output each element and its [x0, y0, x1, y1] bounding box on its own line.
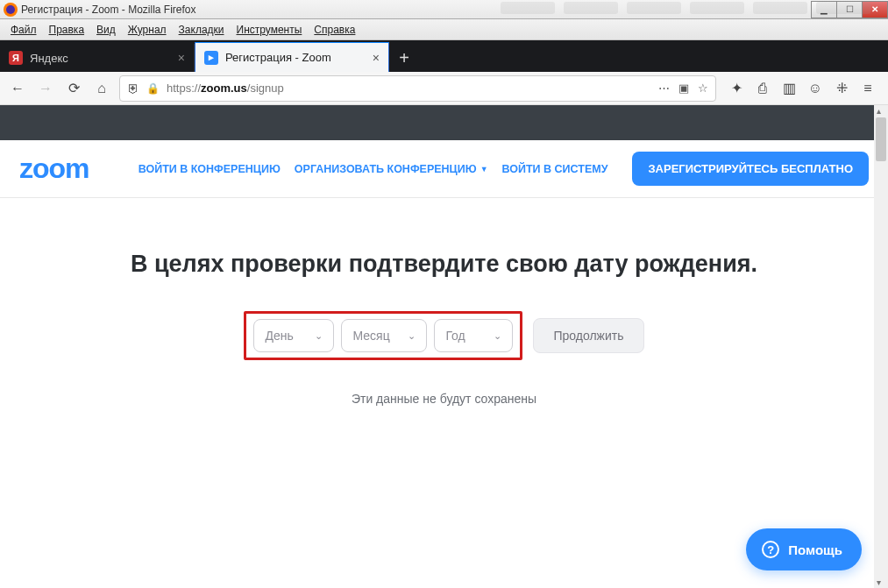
tab-label: Яндекс [30, 52, 68, 65]
menu-view[interactable]: Вид [91, 22, 121, 38]
year-placeholder: Год [445, 329, 465, 343]
nav-host-meeting[interactable]: ОРГАНИЗОВАТЬ КОНФЕРЕНЦИЮ ▼ [295, 163, 488, 175]
year-select[interactable]: Год ⌄ [434, 319, 513, 352]
sidebar-icon[interactable]: ▥ [781, 80, 797, 96]
privacy-note: Эти данные не будут сохранены [35, 392, 853, 406]
chevron-down-icon: ▼ [480, 165, 488, 174]
browser-menubar: Файл Правка Вид Журнал Закладки Инструме… [0, 19, 888, 40]
extension-icon[interactable]: ✦ [728, 80, 744, 96]
tab-yandex[interactable]: Я Яндекс × [0, 44, 195, 72]
page-actions-icon[interactable]: ⋯ [658, 81, 670, 95]
browser-toolbar: ← → ⟳ ⌂ ⛨ 🔒 https://zoom.us/signup ⋯ ▣ ☆… [0, 72, 888, 105]
help-label: Помощь [788, 542, 842, 557]
window-title: Регистрация - Zoom - Mozilla Firefox [21, 4, 196, 16]
page-viewport: zoom ВОЙТИ В КОНФЕРЕНЦИЮ ОРГАНИЗОВАТЬ КО… [0, 105, 888, 588]
day-placeholder: День [265, 329, 293, 343]
menu-help[interactable]: Справка [309, 22, 360, 38]
back-button[interactable]: ← [7, 78, 28, 99]
tab-close-icon[interactable]: × [373, 51, 380, 65]
account-icon[interactable]: ☺ [807, 81, 823, 96]
chevron-down-icon: ⌄ [408, 330, 416, 342]
tab-strip: Я Яндекс × ▸ Регистрация - Zoom × + [0, 40, 888, 72]
favicon-zoom: ▸ [204, 51, 218, 65]
reader-mode-icon[interactable]: ▣ [678, 81, 689, 95]
month-select[interactable]: Месяц ⌄ [341, 319, 427, 352]
chevron-down-icon: ⌄ [315, 330, 323, 342]
favicon-yandex: Я [9, 51, 23, 65]
help-icon: ? [762, 541, 779, 558]
site-header: zoom ВОЙТИ В КОНФЕРЕНЦИЮ ОРГАНИЗОВАТЬ КО… [0, 140, 888, 198]
menu-edit[interactable]: Правка [44, 22, 90, 38]
home-button[interactable]: ⌂ [91, 78, 112, 99]
addons-icon[interactable]: ⁜ [834, 80, 849, 96]
help-button[interactable]: ? Помощь [746, 528, 862, 570]
zoom-logo[interactable]: zoom [19, 152, 89, 185]
tracking-protection-icon[interactable]: ⛨ [127, 81, 139, 96]
url-text: https://zoom.us/signup [167, 81, 651, 95]
signup-free-button[interactable]: ЗАРЕГИСТРИРУЙТЕСЬ БЕСПЛАТНО [632, 152, 869, 186]
nav-signin[interactable]: ВОЙТИ В СИСТЕМУ [502, 163, 608, 175]
lock-icon[interactable]: 🔒 [146, 82, 160, 95]
tab-zoom-signup[interactable]: ▸ Регистрация - Zoom × [195, 42, 389, 72]
month-placeholder: Месяц [352, 329, 389, 343]
tab-close-icon[interactable]: × [178, 51, 185, 65]
address-bar[interactable]: ⛨ 🔒 https://zoom.us/signup ⋯ ▣ ☆ [119, 75, 716, 102]
firefox-icon [4, 3, 18, 17]
forward-button[interactable]: → [35, 78, 56, 99]
tab-label: Регистрация - Zoom [225, 51, 331, 64]
chevron-down-icon: ⌄ [494, 330, 501, 342]
continue-button[interactable]: Продолжить [533, 318, 643, 353]
day-select[interactable]: День ⌄ [253, 319, 334, 352]
new-tab-button[interactable]: + [389, 44, 419, 72]
menu-file[interactable]: Файл [5, 22, 42, 38]
menu-tools[interactable]: Инструменты [231, 22, 308, 38]
menu-icon[interactable]: ≡ [860, 81, 876, 96]
menu-history[interactable]: Журнал [123, 22, 172, 38]
reload-button[interactable]: ⟳ [63, 78, 84, 99]
menu-bookmarks[interactable]: Закладки [174, 22, 230, 38]
library-icon[interactable]: ⎙ [755, 81, 771, 96]
dob-highlight-box: День ⌄ Месяц ⌄ Год ⌄ [244, 311, 522, 360]
nav-join-meeting[interactable]: ВОЙТИ В КОНФЕРЕНЦИЮ [139, 163, 281, 175]
bookmark-star-icon[interactable]: ☆ [698, 81, 708, 95]
page-heading: В целях проверки подтвердите свою дату р… [35, 251, 853, 278]
page-top-band [0, 105, 888, 140]
